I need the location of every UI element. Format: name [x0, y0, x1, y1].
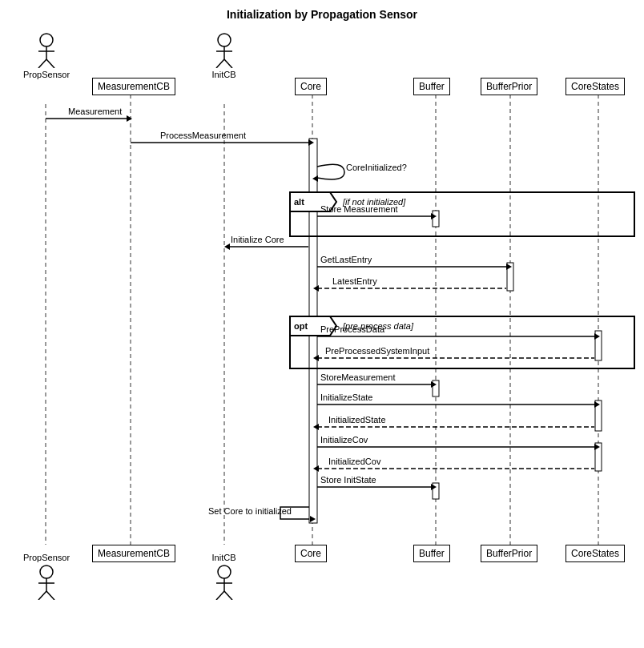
lifeline-box-bufferprior-bottom: BufferPrior [481, 545, 537, 562]
lifeline-box-measurementcb-top: MeasurementCB [92, 78, 175, 95]
svg-rect-7 [309, 139, 317, 523]
svg-marker-37 [313, 285, 319, 292]
actor-propsensor-bottom-label: PropSensor [14, 553, 78, 562]
svg-marker-62 [313, 465, 319, 472]
actor-propsensor-top-label: PropSensor [14, 70, 78, 79]
svg-line-87 [216, 591, 224, 600]
actor-initcb-bottom-label: InitCB [202, 553, 246, 562]
svg-rect-11 [595, 443, 602, 471]
svg-marker-19 [308, 139, 314, 146]
svg-marker-40 [290, 316, 336, 336]
svg-text:LatestEntry: LatestEntry [332, 276, 377, 286]
svg-text:Measurement: Measurement [68, 107, 122, 116]
svg-text:Store InitState: Store InitState [320, 475, 376, 485]
svg-text:GetLastEntry: GetLastEntry [320, 255, 372, 264]
svg-rect-23 [290, 192, 634, 236]
lifeline-box-core-top: Core [295, 78, 327, 95]
lifeline-box-measurementcb-bottom: MeasurementCB [92, 545, 175, 562]
svg-line-82 [38, 591, 46, 600]
svg-text:CoreInitialized?: CoreInitialized? [346, 163, 407, 172]
svg-line-73 [46, 59, 54, 68]
svg-marker-24 [290, 192, 336, 211]
svg-text:Initialize Core: Initialize Core [231, 235, 284, 244]
svg-marker-16 [127, 115, 132, 122]
lifeline-box-core-bottom: Core [295, 545, 327, 562]
actor-initcb-top-label: InitCB [202, 70, 246, 79]
sequence-diagram: Initialization by Propagation Sensor [0, 0, 644, 648]
lifeline-box-buffer-bottom: Buffer [413, 545, 450, 562]
svg-point-69 [40, 34, 53, 46]
lifeline-box-corestates-bottom: CoreStates [566, 545, 625, 562]
lifeline-box-bufferprior-top: BufferPrior [481, 78, 537, 95]
svg-text:opt: opt [294, 321, 308, 331]
svg-marker-44 [594, 333, 600, 340]
svg-marker-56 [313, 424, 319, 430]
svg-text:StoreMeasurement: StoreMeasurement [320, 372, 396, 382]
svg-point-84 [218, 565, 231, 578]
svg-rect-14 [433, 483, 439, 499]
actor-propsensor-top: PropSensor [14, 32, 78, 79]
svg-text:PreProcessData: PreProcessData [320, 324, 385, 334]
svg-rect-39 [290, 316, 634, 368]
svg-line-72 [38, 59, 46, 68]
svg-rect-13 [433, 380, 439, 396]
svg-text:InitializedCov: InitializedCov [328, 457, 381, 466]
svg-rect-12 [433, 211, 439, 227]
svg-marker-28 [431, 213, 437, 219]
actor-initcb-top: InitCB [202, 32, 246, 79]
svg-text:ProcessMeasurement: ProcessMeasurement [160, 131, 246, 140]
svg-text:InitializeCov: InitializeCov [320, 435, 368, 445]
svg-marker-34 [506, 264, 512, 270]
svg-rect-9 [595, 331, 602, 360]
svg-point-74 [218, 34, 231, 46]
svg-marker-50 [431, 381, 437, 388]
svg-rect-8 [507, 263, 513, 291]
svg-text:InitializeState: InitializeState [320, 392, 372, 402]
svg-line-88 [224, 591, 232, 600]
lifeline-box-buffer-top: Buffer [413, 78, 450, 95]
svg-text:alt: alt [294, 197, 304, 207]
actor-initcb-bottom: InitCB [202, 553, 246, 600]
svg-text:Set Core to initialized: Set Core to initialized [208, 506, 292, 516]
lifeline-box-corestates-top: CoreStates [566, 78, 625, 95]
svg-rect-10 [595, 400, 602, 431]
svg-marker-47 [313, 355, 319, 361]
actor-propsensor-bottom: PropSensor [14, 553, 78, 600]
svg-text:[if not initialized]: [if not initialized] [342, 197, 406, 207]
svg-marker-65 [431, 484, 437, 490]
svg-marker-21 [312, 175, 318, 182]
svg-marker-67 [310, 516, 316, 522]
svg-line-78 [224, 59, 232, 68]
svg-line-77 [216, 59, 224, 68]
diagram-title: Initialization by Propagation Sensor [0, 8, 644, 21]
svg-text:PreProcessedSystemInput: PreProcessedSystemInput [325, 346, 429, 356]
svg-text:[pre process data]: [pre process data] [342, 321, 414, 331]
svg-text:Store Measurement: Store Measurement [320, 204, 398, 214]
svg-point-79 [40, 565, 53, 578]
svg-text:InitializedState: InitializedState [328, 415, 386, 425]
svg-marker-53 [594, 401, 600, 408]
svg-line-83 [46, 591, 54, 600]
svg-marker-59 [594, 444, 600, 450]
svg-marker-31 [224, 244, 230, 250]
